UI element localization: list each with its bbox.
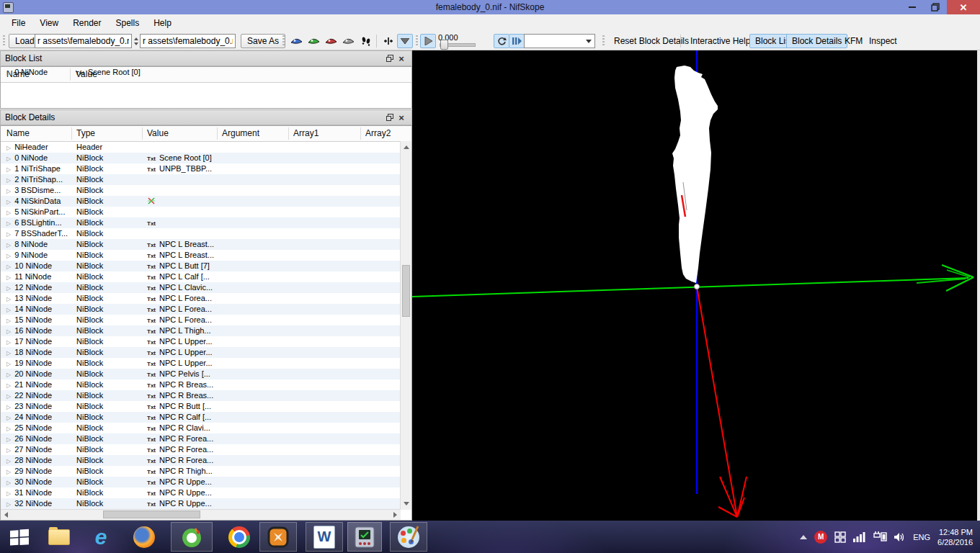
- table-row[interactable]: ▷26 NiNodeNiBlockTxtNPC R Forea...: [1, 433, 401, 444]
- table-row[interactable]: ▷32 NiNodeNiBlockTxtNPC R Uppe...: [1, 498, 401, 509]
- menu-render[interactable]: Render: [66, 16, 108, 30]
- menu-view[interactable]: View: [32, 16, 66, 30]
- taskbar-internet-explorer[interactable]: e: [85, 522, 117, 552]
- start-button[interactable]: [4, 522, 35, 552]
- restore-button[interactable]: [924, 0, 947, 14]
- float-panel-icon[interactable]: [384, 112, 396, 123]
- save-as-button[interactable]: Save As: [241, 34, 285, 48]
- tray-expand-icon[interactable]: [800, 535, 807, 539]
- vertical-scroll-thumb[interactable]: [402, 265, 410, 317]
- scroll-up-icon[interactable]: [404, 145, 409, 149]
- close-panel-icon[interactable]: ×: [396, 53, 407, 64]
- table-row[interactable]: ▷18 NiNodeNiBlockTxtNPC L Upper...: [1, 347, 401, 358]
- column-type[interactable]: Type: [76, 128, 95, 138]
- blue-eye-icon[interactable]: [288, 34, 304, 48]
- taskbar-chrome[interactable]: [223, 522, 255, 552]
- taskbar-green-browser[interactable]: [171, 522, 213, 552]
- green-eye-icon[interactable]: [306, 34, 321, 48]
- gray-eye-icon[interactable]: [340, 34, 356, 48]
- table-row[interactable]: ▷8 NiNodeNiBlockTxtNPC L Breast...: [1, 239, 401, 250]
- table-row[interactable]: ▷13 NiNodeNiBlockTxtNPC L Forea...: [1, 293, 401, 304]
- table-row[interactable]: ▷27 NiNodeNiBlockTxtNPC R Forea...: [1, 444, 401, 455]
- loop-icon[interactable]: [494, 34, 509, 48]
- table-row[interactable]: ▷14 NiNodeNiBlockTxtNPC L Forea...: [1, 304, 401, 315]
- menu-help[interactable]: Help: [146, 16, 179, 30]
- table-row[interactable]: ▷24 NiNodeNiBlockTxtNPC R Calf [...: [1, 412, 401, 423]
- title-bar[interactable]: femalebody_0.nif - NifSkope ✕: [0, 0, 980, 14]
- toolbar-grip[interactable]: [416, 35, 418, 47]
- table-row[interactable]: ▷9 NiNodeNiBlockTxtNPC L Breast...: [1, 250, 401, 261]
- table-row[interactable]: ▷3 BSDisme...NiBlock: [1, 185, 401, 196]
- battery-power-icon[interactable]: [873, 531, 887, 542]
- table-row[interactable]: ▷20 NiNodeNiBlockTxtNPC Pelvis [...: [1, 369, 401, 379]
- column-name[interactable]: Name: [6, 128, 30, 138]
- table-row[interactable]: ▷31 NiNodeNiBlockTxtNPC R Uppe...: [1, 487, 401, 498]
- table-row[interactable]: ▷1 NiTriShapeNiBlockTxtUNPB_TBBP...: [1, 163, 401, 174]
- column-array2[interactable]: Array2: [365, 128, 391, 138]
- table-row[interactable]: ▷17 NiNodeNiBlockTxtNPC L Upper...: [1, 336, 401, 347]
- table-row[interactable]: ▷11 NiNodeNiBlockTxtNPC L Calf [...: [1, 271, 401, 282]
- menu-file[interactable]: File: [4, 16, 32, 30]
- horizontal-scrollbar[interactable]: [1, 509, 401, 520]
- scroll-right-icon[interactable]: [393, 512, 397, 518]
- taskbar-nexus-mod-manager[interactable]: [259, 522, 297, 552]
- table-row[interactable]: ▷7 BSShaderT...NiBlock: [1, 228, 401, 239]
- table-row[interactable]: ▷NiHeaderHeader: [1, 142, 401, 153]
- volume-icon[interactable]: [894, 532, 906, 542]
- toolbar-grip[interactable]: [282, 35, 285, 47]
- save-path-input[interactable]: [140, 34, 236, 48]
- taskbar-nifskope[interactable]: [347, 522, 382, 552]
- minimize-button[interactable]: [901, 0, 924, 14]
- table-row[interactable]: ▷16 NiNodeNiBlockTxtNPC L Thigh...: [1, 325, 401, 336]
- animation-slider-thumb[interactable]: [440, 40, 448, 50]
- table-row[interactable]: ▷28 NiNodeNiBlockTxtNPC R Forea...: [1, 455, 401, 466]
- 3d-viewport[interactable]: [412, 50, 977, 521]
- table-row[interactable]: ▷0 NiNodeTxtScene Root [0]: [1, 67, 401, 78]
- table-row[interactable]: ▷19 NiNodeNiBlockTxtNPC L Upper...: [1, 358, 401, 369]
- path-spinner[interactable]: [133, 35, 139, 48]
- inspect-toggle[interactable]: Inspect: [864, 34, 902, 48]
- taskbar-firefox[interactable]: [128, 522, 160, 552]
- horizontal-scroll-thumb[interactable]: [103, 511, 200, 518]
- column-value[interactable]: Value: [147, 128, 169, 138]
- footprints-icon[interactable]: [358, 34, 374, 48]
- table-row[interactable]: ▷25 NiNodeNiBlockTxtNPC R Clavi...: [1, 423, 401, 433]
- language-indicator[interactable]: ENG: [913, 533, 930, 541]
- red-eye-icon[interactable]: [323, 34, 339, 48]
- block-details-toggle[interactable]: Block Details: [786, 34, 847, 48]
- load-path-input[interactable]: [35, 34, 132, 48]
- taskbar-word[interactable]: W: [306, 522, 343, 552]
- playback-mode-icon[interactable]: [509, 34, 525, 48]
- table-row[interactable]: ▷23 NiNodeNiBlockTxtNPC R Butt [...: [1, 401, 401, 412]
- table-row[interactable]: ▷0 NiNodeNiBlockTxtScene Root [0]: [1, 153, 401, 163]
- vertical-scrollbar[interactable]: [400, 141, 411, 510]
- clock[interactable]: 12:48 PM 6/28/2016: [937, 527, 973, 547]
- model-silhouette[interactable]: [672, 66, 718, 283]
- table-row[interactable]: ▷5 NiSkinPart...NiBlock: [1, 207, 401, 217]
- toolbar-grip[interactable]: [602, 35, 605, 47]
- table-row[interactable]: ▷4 NiSkinDataNiBlock: [1, 196, 401, 207]
- toolbar-grip[interactable]: [3, 35, 5, 47]
- table-row[interactable]: ▷6 BSLightin...NiBlockTxt: [1, 217, 401, 228]
- table-row[interactable]: ▷30 NiNodeNiBlockTxtNPC R Uppe...: [1, 477, 401, 487]
- float-panel-icon[interactable]: [384, 53, 396, 64]
- play-button[interactable]: [420, 34, 436, 48]
- close-panel-icon[interactable]: ×: [396, 112, 407, 123]
- table-row[interactable]: ▷15 NiNodeNiBlockTxtNPC L Forea...: [1, 315, 401, 325]
- windows-tray-icon[interactable]: [834, 531, 846, 543]
- axis-adjust-icon[interactable]: [380, 34, 396, 48]
- table-row[interactable]: ▷12 NiNodeNiBlockTxtNPC L Clavic...: [1, 282, 401, 293]
- network-signal-icon[interactable]: [853, 532, 865, 542]
- scroll-left-icon[interactable]: [4, 512, 8, 518]
- interactive-help-button[interactable]: Interactive Help: [685, 34, 755, 48]
- menu-spells[interactable]: Spells: [109, 16, 147, 30]
- taskbar-file-explorer[interactable]: [43, 522, 75, 552]
- column-array1[interactable]: Array1: [293, 128, 318, 138]
- scroll-down-icon[interactable]: [404, 502, 409, 505]
- table-row[interactable]: ▷21 NiNodeNiBlockTxtNPC R Breas...: [1, 379, 401, 390]
- animation-select[interactable]: [524, 34, 595, 48]
- reset-block-details-button[interactable]: Reset Block Details: [609, 34, 694, 48]
- view-dropdown-button[interactable]: [397, 34, 413, 48]
- table-row[interactable]: ▷29 NiNodeNiBlockTxtNPC R Thigh...: [1, 466, 401, 477]
- mega-tray-icon[interactable]: M: [814, 531, 827, 544]
